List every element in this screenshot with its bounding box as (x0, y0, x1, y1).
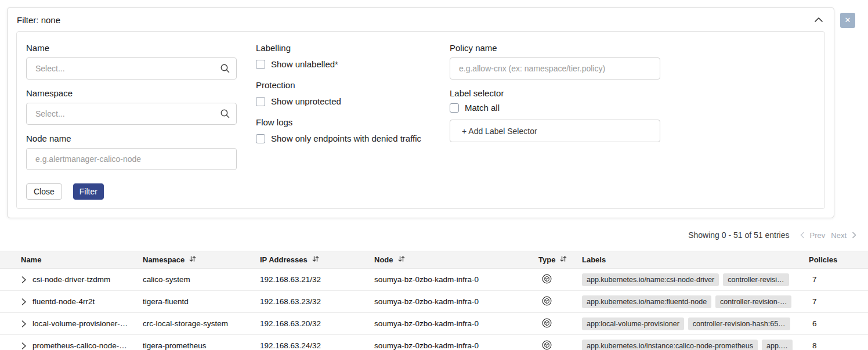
chevron-right-icon[interactable] (849, 232, 859, 239)
denied-traffic-checkbox-row[interactable]: Show only endpoints with denied traffic (256, 133, 436, 143)
flow-logs-heading: Flow logs (256, 117, 436, 127)
endpoint-node: soumya-bz-0zbo-kadm-infra-0 (374, 313, 538, 335)
table-header-row: Name Namespace IP Addresses Node (0, 251, 868, 269)
endpoint-name: prometheus-calico-node-… (32, 341, 127, 350)
label-pill: app.kubernetes.io/name:fluentd-node (582, 295, 711, 308)
expand-row-icon[interactable] (21, 320, 27, 328)
close-button[interactable]: Close (26, 183, 62, 200)
filter-button[interactable]: Filter (73, 183, 104, 200)
prev-page-button[interactable]: Prev (810, 231, 826, 240)
filter-panel-header: Filter: none (8, 8, 834, 31)
column-header-node[interactable]: Node (374, 251, 538, 269)
expand-row-icon[interactable] (21, 342, 27, 350)
policy-name-field-label: Policy name (450, 43, 660, 53)
filter-form: Name Namespace Node name (16, 31, 825, 209)
pod-icon (542, 296, 552, 308)
endpoint-node: soumya-bz-0zbo-kadm-infra-0 (374, 335, 538, 350)
label-pill: app.… (762, 340, 793, 350)
table-row[interactable]: prometheus-calico-node-… tigera-promethe… (0, 335, 868, 350)
column-label: Node (374, 255, 393, 264)
filter-title: Filter: none (17, 15, 60, 25)
endpoints-table: Name Namespace IP Addresses Node (0, 251, 868, 350)
sort-icon[interactable] (559, 255, 567, 265)
endpoint-node: soumya-bz-0zbo-kadm-infra-0 (374, 269, 538, 291)
column-header-policies: Policies (809, 251, 868, 269)
label-pill: controller-revision-hash:65… (688, 317, 790, 330)
denied-traffic-label: Show only endpoints with denied traffic (271, 133, 421, 143)
show-unlabelled-checkbox[interactable] (256, 60, 265, 69)
pod-icon (542, 318, 552, 330)
column-label: Type (538, 255, 555, 264)
endpoint-ip: 192.168.63.23/32 (260, 291, 374, 313)
column-header-labels: Labels (582, 251, 809, 269)
expand-row-icon[interactable] (21, 276, 27, 284)
namespace-select-wrap (26, 103, 237, 125)
filter-panel: Filter: none Name Namespace (7, 7, 834, 218)
endpoint-ip: 192.168.63.21/32 (260, 269, 374, 291)
denied-traffic-checkbox[interactable] (256, 134, 265, 143)
endpoint-ip: 192.168.63.24/32 (260, 335, 374, 350)
label-pill: app.kubernetes.io/name:csi-node-driver (582, 273, 719, 286)
node-name-field-label: Node name (26, 133, 237, 143)
endpoint-node: soumya-bz-0zbo-kadm-infra-0 (374, 291, 538, 313)
endpoint-namespace: tigera-prometheus (143, 335, 260, 350)
policy-name-input[interactable] (450, 57, 660, 80)
filter-column-left: Name Namespace Node name (26, 43, 237, 200)
label-pill: app.kubernetes.io/instance:calico-node-p… (582, 340, 758, 350)
show-unlabelled-label: Show unlabelled* (271, 59, 338, 69)
namespace-select-input[interactable] (26, 103, 237, 125)
endpoints-page: Filter: none Name Namespace (0, 0, 868, 350)
expand-row-icon[interactable] (21, 298, 27, 306)
filter-column-middle: Labelling Show unlabelled* Protection Sh… (256, 43, 436, 154)
close-icon: ✕ (845, 16, 851, 24)
endpoint-namespace: calico-system (143, 269, 260, 291)
label-pill: controller-revisi… (723, 273, 789, 286)
chevron-left-icon[interactable] (798, 232, 807, 239)
endpoint-policies-count: 8 (809, 335, 868, 350)
column-header-type[interactable]: Type (538, 251, 582, 269)
column-label: Namespace (143, 255, 185, 264)
name-select-input[interactable] (26, 57, 237, 80)
show-unprotected-checkbox[interactable] (256, 97, 265, 106)
column-label: Policies (809, 255, 837, 264)
node-name-input[interactable] (26, 148, 237, 170)
endpoint-namespace: tigera-fluentd (143, 291, 260, 313)
policy-name-input-wrap (450, 57, 660, 80)
column-label: Labels (582, 255, 606, 264)
endpoint-name: local-volume-provisioner-… (32, 319, 128, 328)
sort-icon[interactable] (312, 255, 320, 265)
next-page-button[interactable]: Next (831, 231, 847, 240)
endpoint-policies-count: 6 (809, 313, 868, 335)
sort-icon[interactable] (189, 255, 197, 265)
endpoint-name: fluentd-node-4rr2t (32, 297, 95, 306)
column-header-namespace[interactable]: Namespace (143, 251, 260, 269)
match-all-checkbox-row[interactable]: Match all (450, 103, 660, 113)
pod-icon (542, 340, 552, 350)
entries-summary: Showing 0 - 51 of 51 entries (688, 230, 789, 240)
add-label-selector-button[interactable]: + Add Label Selector (450, 120, 660, 142)
table-row[interactable]: fluentd-node-4rr2t tigera-fluentd 192.16… (0, 291, 868, 313)
column-header-name: Name (0, 251, 143, 269)
endpoint-policies-count: 7 (809, 291, 868, 313)
show-unlabelled-checkbox-row[interactable]: Show unlabelled* (256, 59, 436, 69)
endpoint-name: csi-node-driver-tzdmm (32, 275, 110, 284)
column-header-ip-addresses[interactable]: IP Addresses (260, 251, 374, 269)
sort-icon[interactable] (397, 255, 406, 265)
labelling-heading: Labelling (256, 43, 436, 53)
name-select-wrap (26, 57, 237, 80)
show-unprotected-checkbox-row[interactable]: Show unprotected (256, 96, 436, 106)
table-row[interactable]: local-volume-provisioner-… crc-local-sto… (0, 313, 868, 335)
table-row[interactable]: csi-node-driver-tzdmm calico-system 192.… (0, 269, 868, 291)
search-icon (220, 109, 230, 121)
label-pill: controller-revision-… (715, 295, 791, 308)
label-pill: app:local-volume-provisioner (582, 317, 684, 330)
name-field-label: Name (26, 43, 237, 53)
column-label: Name (21, 255, 41, 264)
label-selector-heading: Label selector (450, 88, 660, 98)
chevron-up-icon (814, 16, 823, 24)
match-all-checkbox[interactable] (450, 103, 459, 113)
collapse-filter-button[interactable] (814, 16, 823, 24)
dismiss-panel-button[interactable]: ✕ (840, 13, 855, 28)
match-all-label: Match all (465, 103, 500, 113)
pagination: Showing 0 - 51 of 51 entries Prev Next (688, 230, 859, 240)
